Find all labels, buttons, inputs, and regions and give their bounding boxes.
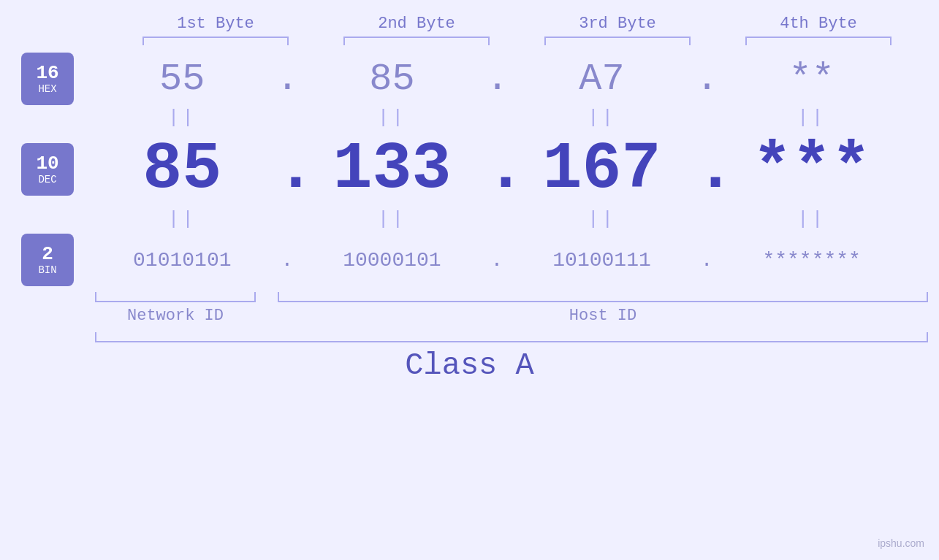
hex-byte2: 85 xyxy=(311,58,472,101)
top-bracket-1 xyxy=(142,37,289,45)
bin-dot1: . xyxy=(276,249,298,272)
equals-row-2: || || || || xyxy=(95,208,899,230)
hex-dot1: . xyxy=(276,58,298,101)
hex-row: 55 . 85 . A7 . ** xyxy=(95,58,899,101)
bottom-bracket-network xyxy=(95,292,256,302)
dec-dot1: . xyxy=(276,132,298,207)
bin-badge-label: BIN xyxy=(38,265,56,276)
dec-byte2: 133 xyxy=(311,132,472,207)
byte-header-row: 1st Byte 2nd Byte 3rd Byte 4th Byte xyxy=(115,15,919,33)
dec-badge-number: 10 xyxy=(36,153,58,174)
hex-badge-number: 16 xyxy=(36,63,58,84)
bin-badge: 2 BIN xyxy=(21,234,74,286)
dec-byte4: *** xyxy=(731,132,892,207)
eq2-b2: || xyxy=(311,208,472,230)
equals-row-1: || || || || xyxy=(95,107,899,129)
top-bracket-2 xyxy=(343,37,490,45)
eq1-b4: || xyxy=(731,107,892,129)
bin-byte3: 10100111 xyxy=(522,249,683,272)
byte4-label: 4th Byte xyxy=(738,15,899,33)
bin-byte1: 01010101 xyxy=(102,249,262,272)
dec-badge-label: DEC xyxy=(38,174,56,185)
dec-byte1: 85 xyxy=(102,132,262,207)
class-label: Class A xyxy=(0,348,939,383)
bin-byte2: 10000101 xyxy=(311,249,472,272)
dec-badge: 10 DEC xyxy=(21,143,74,196)
eq2-b1: || xyxy=(102,208,262,230)
bin-badge-number: 2 xyxy=(42,244,53,265)
top-brackets-row xyxy=(115,37,919,45)
hex-byte1: 55 xyxy=(102,58,262,101)
dec-byte3: 167 xyxy=(522,132,683,207)
footer-text: ipshu.com xyxy=(878,537,924,549)
bin-dot2: . xyxy=(486,249,508,272)
hex-dot3: . xyxy=(696,58,718,101)
hex-badge-label: HEX xyxy=(38,84,56,95)
dec-row: 85 . 133 . 167 . *** xyxy=(95,132,899,207)
eq1-b3: || xyxy=(522,107,683,129)
byte3-label: 3rd Byte xyxy=(537,15,698,33)
bin-row: 01010101 . 10000101 . 10100111 . *******… xyxy=(95,249,899,272)
main-container: 1st Byte 2nd Byte 3rd Byte 4th Byte 16 H… xyxy=(0,0,939,560)
eq2-b3: || xyxy=(522,208,683,230)
eq1-b1: || xyxy=(102,107,262,129)
bin-dot3: . xyxy=(696,249,718,272)
dec-dot3: . xyxy=(696,132,718,207)
bin-byte4: ******** xyxy=(731,249,892,272)
network-id-label: Network ID xyxy=(95,307,256,325)
hex-byte4: ** xyxy=(731,58,892,101)
eq2-b4: || xyxy=(731,208,892,230)
byte1-label: 1st Byte xyxy=(135,15,296,33)
top-bracket-3 xyxy=(544,37,691,45)
host-id-label: Host ID xyxy=(278,307,928,325)
hex-badge: 16 HEX xyxy=(21,53,74,105)
hex-dot2: . xyxy=(486,58,508,101)
top-bracket-4 xyxy=(745,37,892,45)
bottom-bracket-outer xyxy=(95,332,928,342)
dec-dot2: . xyxy=(486,132,508,207)
bottom-bracket-host xyxy=(278,292,928,302)
byte2-label: 2nd Byte xyxy=(336,15,497,33)
hex-byte3: A7 xyxy=(522,58,683,101)
eq1-b2: || xyxy=(311,107,472,129)
